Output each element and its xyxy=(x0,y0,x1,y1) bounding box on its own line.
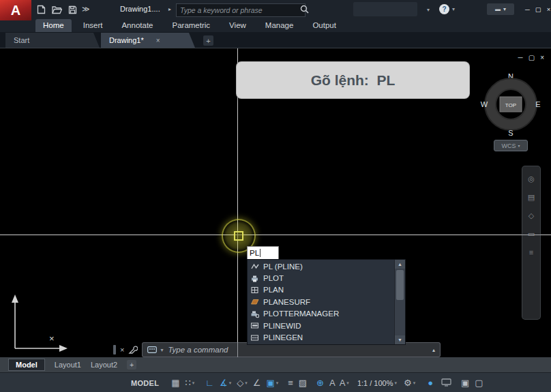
isolate-objects-icon[interactable]: ● xyxy=(428,378,433,387)
autocomplete-item-plot[interactable]: PLOT xyxy=(248,272,394,284)
help-menu[interactable]: ? ▾ xyxy=(439,4,455,14)
polar-tracking-toggle[interactable]: ∡ ▾ xyxy=(220,378,231,387)
layout-tab-model[interactable]: Model xyxy=(8,359,45,371)
doc-title-caret-icon[interactable]: ▸ xyxy=(168,6,171,12)
customization-menu[interactable]: ⚙ ▾ xyxy=(404,378,415,387)
graphics-performance-icon[interactable] xyxy=(441,378,451,388)
ribbon-tab-manage[interactable]: Manage xyxy=(258,19,301,32)
annotation-scale-label: 1:1 / 100% xyxy=(357,379,393,387)
quick-access-toolbar xyxy=(37,5,77,14)
autocomplete-item-plan[interactable]: PLAN xyxy=(248,284,394,296)
polar-tracking-icon: ∡ xyxy=(220,378,228,387)
layout-tab-layout1[interactable]: Layout1 xyxy=(55,361,81,369)
settings-caret-icon: ▾ xyxy=(413,380,416,386)
scroll-down-icon[interactable]: ▼ xyxy=(395,335,405,344)
model-space-indicator[interactable]: MODEL xyxy=(131,379,159,387)
command-line-close-icon[interactable]: × xyxy=(120,346,124,354)
osnap-caret-icon: ▾ xyxy=(276,380,279,386)
ribbon-tab-insert[interactable]: Insert xyxy=(76,19,110,32)
grid-display-icon[interactable]: ▦ xyxy=(171,378,179,387)
autocomplete-item-plottermanager[interactable]: PLOTTERMANAGER xyxy=(248,308,394,320)
ortho-mode-icon[interactable]: ∟ xyxy=(205,378,214,387)
nav-more-icon[interactable]: ≡ xyxy=(529,248,533,256)
ribbon-tab-parametric[interactable]: Parametric xyxy=(165,19,218,32)
file-tab-start[interactable]: Start xyxy=(5,33,100,48)
object-snap-toggle[interactable]: ▣ ▾ xyxy=(266,378,278,387)
drawing-minimize-button[interactable]: ─ xyxy=(518,54,523,61)
file-tab-close-icon[interactable]: × xyxy=(156,37,160,44)
scroll-up-icon[interactable]: ▲ xyxy=(395,260,405,269)
ribbon-tab-view[interactable]: View xyxy=(222,19,254,32)
save-icon[interactable] xyxy=(68,5,77,14)
annotation-monitor-icon[interactable]: ⊕ xyxy=(316,378,324,387)
layout-tab-bar: Model Layout1 Layout2 + xyxy=(0,357,551,372)
ribbon-tab-output[interactable]: Output xyxy=(305,19,344,32)
autocomplete-item-plinewid[interactable]: PLINEWID xyxy=(248,320,394,331)
annotation-scale-selector[interactable]: 1:1 / 100% ▾ xyxy=(357,379,397,387)
search-input[interactable] xyxy=(176,3,306,17)
lineweight-icon[interactable]: ≡ xyxy=(288,378,293,387)
command-input[interactable] xyxy=(166,345,429,355)
ribbon-tab-annotate[interactable]: Annotate xyxy=(114,19,160,32)
crosshair-horizontal xyxy=(0,235,551,235)
title-bar: A ≫ Drawing1.... ▸ xyxy=(0,0,551,19)
command-history-icon[interactable]: ▴ xyxy=(432,347,435,353)
navigation-bar[interactable]: ◎ ▤ ◇ ▭ ≡ xyxy=(522,166,541,320)
isodraft-icon: ◇ xyxy=(237,378,243,387)
new-file-icon[interactable] xyxy=(37,5,46,14)
minimize-button[interactable]: ─ xyxy=(525,5,530,13)
search-icon[interactable] xyxy=(300,4,309,16)
viewcube-east-label: E xyxy=(535,100,540,108)
autocomplete-label: PLOT xyxy=(263,274,284,282)
drawing-canvas[interactable]: ─ ▢ × Gõ lệnh: PL N TOP W E S WCS xyxy=(0,48,551,358)
titlebar-dropdown-caret-icon[interactable]: ▾ xyxy=(427,7,430,13)
nav-pan-icon[interactable]: ▤ xyxy=(528,193,535,202)
viewcube-face-label: TOP xyxy=(505,102,516,108)
infocenter-search xyxy=(176,3,297,16)
autocomplete-item-pline[interactable]: PL (PLINE) xyxy=(248,260,394,272)
qat-overflow-icon[interactable]: ≫ xyxy=(82,5,90,14)
dynamic-input-field[interactable]: PL xyxy=(247,246,279,260)
sign-in-field[interactable] xyxy=(353,2,417,16)
annotation-visibility-icon[interactable]: A xyxy=(329,378,336,387)
nav-steering-wheel-icon[interactable]: ◎ xyxy=(528,175,535,183)
hardware-acceleration-icon[interactable]: ▣ xyxy=(461,378,469,387)
customize-wrench-icon[interactable] xyxy=(128,345,138,355)
open-folder-icon[interactable] xyxy=(52,5,62,14)
nav-zoom-icon[interactable]: ◇ xyxy=(528,211,534,220)
polyline-icon xyxy=(250,262,259,271)
new-drawing-tab-button[interactable]: + xyxy=(203,35,213,46)
command-options-caret-icon[interactable]: ▾ xyxy=(160,347,163,353)
viewcube[interactable]: N TOP W E S xyxy=(479,69,543,140)
clean-screen-icon[interactable]: ▢ xyxy=(475,378,483,387)
close-button[interactable]: × xyxy=(547,5,551,13)
help-caret-icon[interactable]: ▾ xyxy=(452,6,455,12)
command-line-grip[interactable] xyxy=(113,345,116,355)
ribbon-tab-home[interactable]: Home xyxy=(35,19,72,32)
isodraft-toggle[interactable]: ◇ ▾ xyxy=(237,378,248,387)
wcs-selector[interactable]: WCS ▾ xyxy=(494,140,528,151)
maximize-button[interactable]: ▢ xyxy=(535,5,541,13)
transparency-icon[interactable]: ▨ xyxy=(299,378,307,387)
object-snap-tracking-icon[interactable]: ∠ xyxy=(253,378,261,387)
drawing-close-button[interactable]: × xyxy=(540,54,544,61)
new-layout-button[interactable]: + xyxy=(127,360,136,370)
autocomplete-item-plinegen[interactable]: PLINEGEN xyxy=(248,331,394,343)
annotation-autoscale-toggle[interactable]: A ▾ xyxy=(340,378,349,387)
status-bar: MODEL ▦ ∷ ▾ ∟ ∡ ▾ ◇ ▾ ∠ ▣ ▾ ≡ ▨ ⊕ A A ▾ … xyxy=(0,372,551,392)
autocad-window: A ≫ Drawing1.... ▸ xyxy=(0,0,551,392)
autocomplete-scrollbar[interactable]: ▲ ▼ xyxy=(394,260,405,344)
autocomplete-item-planesurf[interactable]: PLANESURF xyxy=(248,296,394,307)
a360-dropdown-button[interactable]: ▬ ▾ xyxy=(487,3,514,15)
snap-mode-toggle[interactable]: ∷ ▾ xyxy=(185,378,195,387)
help-icon[interactable]: ? xyxy=(439,4,449,14)
drawing-restore-button[interactable]: ▢ xyxy=(528,54,535,61)
snap-mode-icon: ∷ xyxy=(185,378,191,387)
scrollbar-thumb[interactable] xyxy=(396,270,404,300)
autocomplete-label: PL (PLINE) xyxy=(263,262,303,271)
polar-caret-icon: ▾ xyxy=(229,380,232,386)
file-tab-drawing1[interactable]: Drawing1* × xyxy=(101,33,195,48)
app-logo-icon[interactable]: A xyxy=(0,0,31,20)
nav-orbit-icon[interactable]: ▭ xyxy=(528,230,535,239)
layout-tab-layout2[interactable]: Layout2 xyxy=(91,361,117,369)
